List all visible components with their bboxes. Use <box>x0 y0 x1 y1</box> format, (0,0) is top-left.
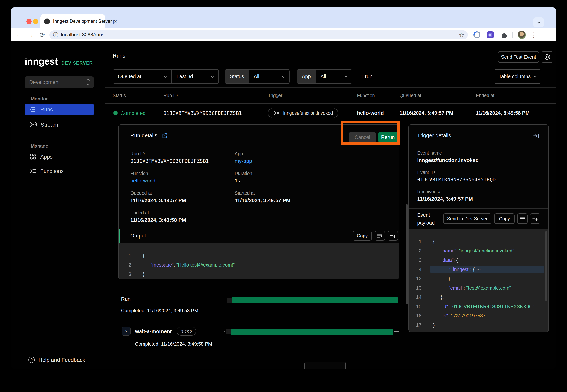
status-dot <box>113 111 117 115</box>
table-columns-button[interactable]: Table columns <box>494 69 541 84</box>
new-tab-button[interactable]: + <box>111 18 116 27</box>
send-to-dev-server-button[interactable]: Send to Dev Server <box>443 213 491 224</box>
help-and-feedback[interactable]: ? Help and Feedback <box>28 357 85 363</box>
timeline-step-bar[interactable] <box>231 329 393 335</box>
queued-at-cell: 11/16/2024, 3:49:57 PM <box>399 110 453 116</box>
chevron-down-icon <box>164 74 167 78</box>
ended-at-value: 11/16/2024, 3:49:58 PM <box>130 217 186 223</box>
payload-scrollbar-thumb[interactable] <box>545 231 547 301</box>
app-link[interactable]: my-app <box>235 158 252 164</box>
status-text: Completed <box>120 110 145 116</box>
event-payload-code-block[interactable]: 1{2"name": "inngest/function.invoked",3"… <box>409 229 548 332</box>
back-icon[interactable]: ← <box>13 31 25 38</box>
collapse-panel-icon[interactable] <box>533 133 540 139</box>
site-info-icon[interactable]: ⓘ <box>53 31 58 38</box>
extensions-puzzle-icon[interactable] <box>500 31 508 39</box>
sidebar-item-label: Apps <box>40 154 53 160</box>
time-field-label: Queued at <box>118 74 141 79</box>
bottom-peek-button[interactable] <box>304 362 346 369</box>
output-code-block[interactable]: 1{2"message": "Hello test@example.com!"3… <box>119 243 399 279</box>
timeline-run-label: Run <box>121 296 130 302</box>
settings-gear-button[interactable] <box>541 51 553 63</box>
event-signal-icon <box>273 110 281 116</box>
field-label: Event name <box>417 150 442 156</box>
page-title: Runs <box>113 53 125 59</box>
output-accent-bar <box>119 229 120 243</box>
step-expand-button[interactable]: › <box>122 327 130 336</box>
time-field-filter[interactable]: Queued at <box>113 70 171 83</box>
traffic-light-close-button[interactable] <box>26 19 31 24</box>
select-arrows-icon <box>87 79 89 85</box>
run-table-row[interactable]: Completed 01JCVBTMV3WXY9D3CFDEJFZSB1 inn… <box>105 103 556 123</box>
trigger-details-title: Trigger details <box>417 133 451 139</box>
onepassword-extension-icon[interactable] <box>473 31 481 38</box>
event-payload-title: Event payload <box>417 211 441 227</box>
stream-broadcast-icon <box>30 122 37 127</box>
sidebar-item-functions[interactable]: Functions <box>25 165 94 177</box>
column-header-ended: Ended at <box>476 93 495 98</box>
tab-strip-chevron-button[interactable] <box>533 17 544 27</box>
payload-expand-bottom-button[interactable] <box>530 213 540 224</box>
received-at-value: 11/16/2024, 3:49:57 PM <box>417 196 473 202</box>
queued-at-value: 11/16/2024, 3:49:57 PM <box>130 197 186 203</box>
sidebar-item-label: Stream <box>41 122 58 128</box>
browser-menu-icon[interactable]: ⋮ <box>531 31 537 39</box>
send-test-event-button[interactable]: Send Test Event <box>498 51 539 63</box>
run-id-value: 01JCVBTMV3WXY9D3CFDEJFZSB1 <box>130 158 209 164</box>
browser-tab[interactable]: Inngest Development Server × <box>41 14 105 28</box>
column-header-function: Function <box>357 93 375 98</box>
profile-avatar[interactable] <box>518 31 526 39</box>
bookmark-star-icon[interactable]: ☆ <box>459 31 464 38</box>
step-kind-label: sleep <box>181 329 192 334</box>
step-kind-badge: sleep <box>177 327 196 336</box>
sidebar-item-stream[interactable]: Stream <box>25 119 94 131</box>
expand-bottom-button[interactable] <box>388 231 398 240</box>
manage-section-label: Manage <box>31 143 48 149</box>
sidebar-item-label: Runs <box>40 107 53 113</box>
status-filter-value[interactable]: All <box>249 70 289 83</box>
content-bottom-divider <box>105 358 556 358</box>
external-link-icon[interactable] <box>162 133 168 139</box>
field-label: Received at <box>417 189 442 194</box>
forward-icon[interactable]: → <box>25 31 36 38</box>
field-label: Function <box>130 171 148 176</box>
traffic-light-minimize-button[interactable] <box>33 19 38 24</box>
field-label: Ended at <box>130 210 149 215</box>
environment-selector[interactable]: Development <box>25 76 94 88</box>
dev-server-badge: DEV SERVER <box>61 60 93 66</box>
rerun-button[interactable]: Rerun <box>378 132 397 143</box>
reload-icon[interactable]: ⟳ <box>36 31 48 39</box>
app-filter-value[interactable]: All <box>316 70 352 83</box>
tab-title: Inngest Development Server <box>53 19 112 24</box>
sidebar-item-runs[interactable]: Runs <box>25 104 94 115</box>
event-name-value: inngest/function.invoked <box>417 157 479 163</box>
url-bar[interactable]: ⓘ localhost:8288/runs ☆ <box>49 30 468 39</box>
apps-grid-icon <box>30 154 36 160</box>
cancel-button[interactable]: Cancel <box>349 132 376 143</box>
timeline-run-completed: Completed: 11/16/2024, 3:49:58 PM <box>121 308 198 313</box>
help-question-icon: ? <box>28 357 35 363</box>
output-title: Output <box>130 233 146 239</box>
payload-copy-button[interactable]: Copy <box>494 213 515 224</box>
word-wrap-button[interactable] <box>375 231 385 240</box>
timeline-run-bar[interactable] <box>231 297 398 303</box>
details-scrollbar-thumb[interactable] <box>406 204 408 304</box>
time-range-label: Last 3d <box>177 74 193 79</box>
toolbar-divider <box>512 31 513 38</box>
payload-word-wrap-button[interactable] <box>517 213 528 224</box>
trigger-badge-label: inngest/function.invoked <box>283 111 333 116</box>
inngest-app: inngest DEV SERVER Development Monitor R… <box>11 41 556 369</box>
field-label: Started at <box>235 190 255 196</box>
function-link[interactable]: hello-world <box>130 178 156 184</box>
output-copy-button[interactable]: Copy <box>353 231 372 240</box>
time-range-filter[interactable]: Last 3d <box>171 70 218 83</box>
cancel-label: Cancel <box>354 135 370 140</box>
sidebar-item-apps[interactable]: Apps <box>25 151 94 163</box>
rerun-label: Rerun <box>381 135 395 140</box>
chevron-down-icon <box>534 74 537 78</box>
inngest-logo: inngest <box>25 56 58 67</box>
trigger-badge[interactable]: inngest/function.invoked <box>268 108 338 118</box>
browser-window: Inngest Development Server × + ← → ⟳ ⓘ l… <box>11 7 556 369</box>
purple-extension-icon[interactable] <box>487 31 494 38</box>
status-filter-label: Status <box>225 70 249 83</box>
